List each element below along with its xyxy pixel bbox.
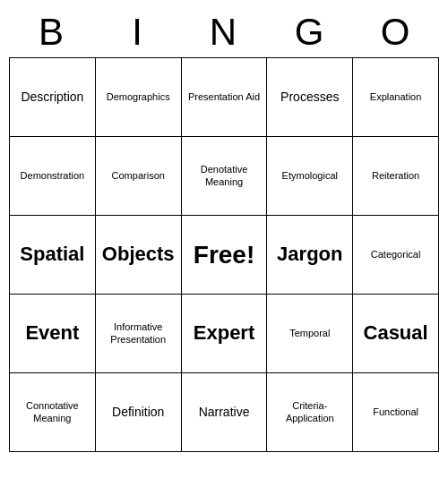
cell-label: Connotative Meaning: [12, 400, 93, 423]
cell-label: Expert: [184, 321, 265, 345]
header-letter: B: [9, 7, 95, 57]
cell-label: Casual: [355, 321, 436, 345]
bingo-cell: Comparison: [95, 137, 181, 216]
table-row: SpatialObjectsFree!JargonCategorical: [10, 216, 439, 295]
bingo-cell: Demonstration: [10, 137, 96, 216]
bingo-card: BINGO DescriptionDemographicsPresentatio…: [9, 7, 439, 452]
bingo-cell: Narrative: [181, 373, 267, 452]
bingo-cell: Demographics: [95, 58, 181, 137]
bingo-cell: Free!: [181, 216, 267, 295]
bingo-cell: Objects: [95, 216, 181, 295]
cell-label: Comparison: [98, 170, 179, 182]
bingo-cell: Informative Presentation: [95, 295, 181, 373]
cell-label: Explanation: [355, 91, 436, 103]
cell-label: Processes: [269, 90, 350, 105]
header-letter: N: [181, 7, 267, 57]
bingo-grid: DescriptionDemographicsPresentation AidP…: [9, 57, 439, 452]
bingo-cell: Functional: [353, 373, 439, 452]
bingo-cell: Criteria-Application: [267, 373, 353, 452]
bingo-cell: Presentation Aid: [181, 58, 267, 137]
bingo-cell: Denotative Meaning: [181, 137, 267, 216]
cell-label: Description: [12, 90, 93, 105]
header-letter: I: [95, 7, 181, 57]
cell-label: Free!: [184, 240, 265, 270]
bingo-cell: Temporal: [267, 295, 353, 373]
cell-label: Criteria-Application: [269, 400, 350, 423]
cell-label: Presentation Aid: [184, 91, 265, 103]
cell-label: Demonstration: [12, 170, 93, 182]
bingo-cell: Categorical: [353, 216, 439, 295]
cell-label: Informative Presentation: [98, 321, 179, 345]
bingo-cell: Etymological: [267, 137, 353, 216]
cell-label: Functional: [355, 406, 436, 418]
cell-label: Temporal: [269, 328, 350, 339]
bingo-cell: Reiteration: [353, 137, 439, 216]
bingo-cell: Connotative Meaning: [10, 373, 96, 452]
cell-label: Narrative: [184, 405, 265, 420]
table-row: EventInformative PresentationExpertTempo…: [10, 295, 439, 373]
table-row: Connotative MeaningDefinitionNarrativeCr…: [10, 373, 439, 452]
cell-label: Definition: [98, 405, 179, 420]
cell-label: Spatial: [12, 243, 93, 266]
bingo-cell: Description: [10, 58, 96, 137]
cell-label: Objects: [98, 243, 179, 266]
cell-label: Event: [12, 321, 93, 345]
cell-label: Etymological: [269, 170, 350, 182]
table-row: DescriptionDemographicsPresentation AidP…: [10, 58, 439, 137]
cell-label: Categorical: [355, 249, 436, 261]
bingo-cell: Spatial: [10, 216, 96, 295]
bingo-header: BINGO: [9, 7, 439, 57]
cell-label: Denotative Meaning: [184, 164, 265, 187]
bingo-cell: Expert: [181, 295, 267, 373]
header-letter: G: [267, 7, 353, 57]
bingo-cell: Casual: [353, 295, 439, 373]
header-letter: O: [353, 7, 439, 57]
table-row: DemonstrationComparisonDenotative Meanin…: [10, 137, 439, 216]
cell-label: Jargon: [269, 243, 350, 266]
cell-label: Demographics: [98, 91, 179, 103]
bingo-cell: Event: [10, 295, 96, 373]
bingo-cell: Jargon: [267, 216, 353, 295]
bingo-cell: Definition: [95, 373, 181, 452]
bingo-cell: Processes: [267, 58, 353, 137]
cell-label: Reiteration: [355, 170, 436, 182]
bingo-cell: Explanation: [353, 58, 439, 137]
